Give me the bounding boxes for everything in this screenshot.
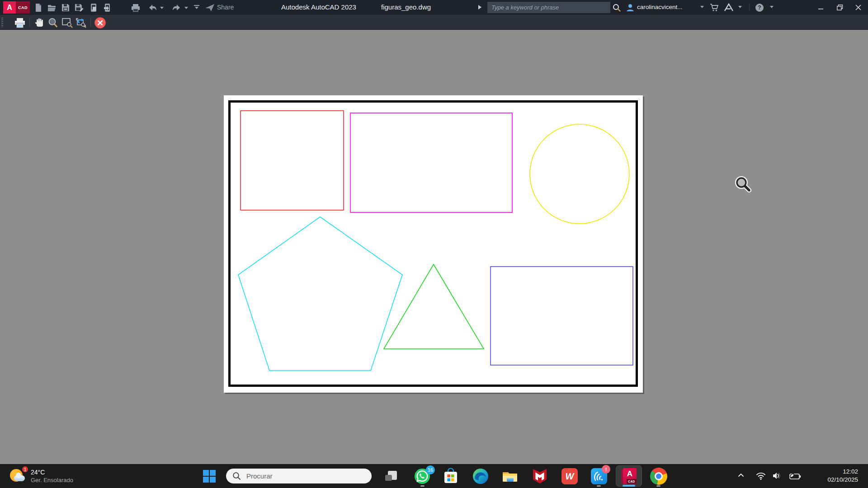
new-file-button[interactable]	[33, 3, 44, 13]
undo-button[interactable]	[147, 3, 158, 13]
autodesk-account-button[interactable]	[723, 3, 734, 13]
customize-quick-access-button[interactable]	[193, 3, 201, 13]
task-view-icon	[384, 469, 398, 483]
undo-icon	[148, 4, 157, 12]
shape-yellow-circle	[530, 124, 629, 224]
chevron-up-icon	[737, 471, 745, 479]
help-dropdown[interactable]	[770, 6, 774, 10]
tray-volume-button[interactable]	[772, 471, 782, 480]
person-icon	[626, 3, 635, 12]
cart-button[interactable]	[709, 3, 720, 13]
tray-clock[interactable]: 12:02 02/10/2025	[827, 468, 858, 484]
open-from-web-mobile-button[interactable]	[88, 3, 99, 13]
plot-preview-toolbar	[0, 15, 868, 30]
search-history-arrow[interactable]	[478, 5, 484, 9]
taskbar-app-cloud[interactable]: !	[590, 467, 608, 485]
taskbar-app-mcafee[interactable]	[531, 467, 549, 485]
start-button[interactable]	[200, 467, 218, 485]
save-button[interactable]	[60, 3, 71, 13]
tray-wifi-button[interactable]	[756, 471, 766, 480]
tray-show-hidden-button[interactable]	[737, 471, 745, 479]
wifi-icon	[756, 471, 766, 480]
autocad-logo-cad: CAD	[16, 1, 30, 14]
weather-condition: Ger. Ensolarado	[31, 476, 73, 484]
minimize-button[interactable]	[813, 0, 829, 15]
save-to-web-mobile-button[interactable]	[102, 3, 113, 13]
zoom-magnifier-icon	[48, 18, 58, 28]
share-button[interactable]	[204, 3, 215, 13]
redo-dropdown[interactable]	[184, 3, 189, 13]
microsoft-store-icon	[442, 468, 459, 485]
taskbar-app-wps-office[interactable]: W	[561, 467, 579, 485]
user-avatar[interactable]	[625, 3, 636, 13]
cart-icon	[710, 3, 719, 12]
toolbar-separator	[90, 18, 91, 27]
restore-icon	[837, 5, 843, 10]
zoom-previous-button[interactable]	[75, 17, 87, 28]
share-label[interactable]: Share	[217, 4, 234, 11]
share-plane-icon	[205, 3, 215, 12]
taskbar-app-whatsapp[interactable]: 16	[413, 467, 431, 485]
plot-button[interactable]	[130, 3, 141, 13]
close-preview-icon	[94, 17, 106, 28]
printer-icon	[14, 18, 25, 28]
pan-button[interactable]	[34, 17, 46, 28]
autodesk-dropdown[interactable]	[738, 6, 742, 10]
chevron-down-icon	[195, 7, 198, 11]
minimize-icon	[818, 5, 824, 10]
toolbar-grip[interactable]	[1, 18, 3, 27]
taskbar-app-microsoft-store[interactable]	[442, 467, 460, 485]
titlebar-separator	[749, 4, 750, 11]
close-button[interactable]	[850, 0, 866, 15]
chevron-down-icon	[770, 6, 774, 10]
autocad-app-logo[interactable]: A CAD	[3, 1, 30, 14]
file-explorer-icon	[501, 468, 519, 485]
cloud-app-badge: !	[602, 465, 610, 474]
whatsapp-badge: 16	[426, 465, 435, 474]
clock-time: 12:02	[827, 468, 858, 476]
user-dropdown[interactable]	[700, 6, 704, 10]
taskbar-app-autocad[interactable]: A CAD	[620, 467, 638, 485]
chrome-icon	[650, 468, 667, 485]
username[interactable]: carolinacvicent...	[637, 4, 683, 10]
tray-battery-button[interactable]	[788, 471, 801, 481]
taskbar-app-edge[interactable]	[472, 467, 490, 485]
shape-magenta-rectangle	[350, 113, 512, 212]
taskbar-app-file-explorer[interactable]	[501, 467, 519, 485]
windows-taskbar: 1 24°C Ger. Ensolarado Procurar 16	[0, 464, 868, 488]
paper-sheet	[224, 95, 643, 393]
printer-icon	[131, 4, 140, 12]
open-file-button[interactable]	[47, 3, 57, 13]
redo-button[interactable]	[171, 3, 182, 13]
help-button[interactable]: ?	[754, 3, 765, 13]
open-folder-icon	[47, 4, 57, 12]
chevron-right-icon	[478, 5, 484, 9]
save-as-button[interactable]	[74, 3, 85, 13]
taskbar-search[interactable]: Procurar	[226, 469, 372, 483]
running-indicator	[597, 485, 601, 487]
zoom-window-button[interactable]	[61, 17, 73, 28]
save-as-icon	[75, 4, 84, 12]
task-view-button[interactable]	[382, 467, 400, 485]
close-preview-button[interactable]	[94, 17, 106, 28]
plot-preview-canvas[interactable]	[0, 30, 868, 464]
autocad-logo-a: A	[3, 1, 16, 14]
chevron-down-icon	[160, 7, 164, 11]
search-button[interactable]	[611, 3, 622, 13]
cloud-app-icon: !	[591, 468, 607, 484]
keyword-search-input[interactable]	[487, 2, 610, 13]
title-bar: A CAD Share Autodesk AutoCAD 2023 figura…	[0, 0, 868, 15]
taskbar-app-chrome[interactable]	[650, 467, 668, 485]
weather-widget[interactable]: 1 24°C Ger. Ensolarado	[10, 466, 73, 485]
plot-button[interactable]	[14, 17, 26, 28]
mobile-save-icon	[104, 3, 111, 12]
shape-blue-rectangle	[491, 267, 633, 365]
active-running-indicator	[623, 485, 635, 487]
zoom-button[interactable]	[47, 17, 59, 28]
shape-cyan-pentagon	[238, 217, 402, 371]
mcafee-shield-icon	[532, 468, 548, 485]
windows-logo-icon	[203, 469, 216, 483]
undo-dropdown[interactable]	[159, 3, 165, 13]
restore-button[interactable]	[832, 0, 848, 15]
taskbar-search-placeholder: Procurar	[246, 472, 273, 480]
